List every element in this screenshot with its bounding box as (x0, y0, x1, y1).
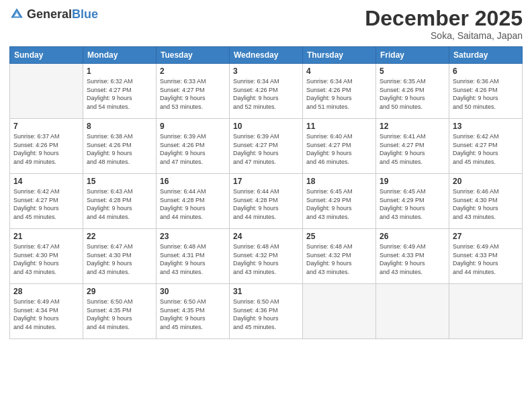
column-header-sunday: Sunday (10, 47, 83, 64)
day-info: Sunrise: 6:45 AM Sunset: 4:29 PM Dayligh… (380, 187, 445, 221)
day-number: 30 (160, 287, 226, 296)
day-info: Sunrise: 6:43 AM Sunset: 4:28 PM Dayligh… (87, 187, 152, 221)
day-number: 25 (306, 232, 372, 241)
calendar-cell: 6Sunrise: 6:36 AM Sunset: 4:26 PM Daylig… (449, 64, 523, 119)
day-info: Sunrise: 6:49 AM Sunset: 4:33 PM Dayligh… (380, 242, 445, 276)
calendar-cell: 11Sunrise: 6:40 AM Sunset: 4:27 PM Dayli… (303, 119, 376, 174)
calendar-cell: 20Sunrise: 6:46 AM Sunset: 4:30 PM Dayli… (449, 174, 523, 229)
week-row-4: 21Sunrise: 6:47 AM Sunset: 4:30 PM Dayli… (10, 229, 523, 284)
day-info: Sunrise: 6:44 AM Sunset: 4:28 PM Dayligh… (160, 187, 226, 221)
day-info: Sunrise: 6:50 AM Sunset: 4:35 PM Dayligh… (160, 298, 226, 331)
column-header-thursday: Thursday (303, 47, 376, 64)
day-number: 18 (306, 177, 372, 186)
calendar-cell: 19Sunrise: 6:45 AM Sunset: 4:29 PM Dayli… (376, 174, 449, 229)
day-info: Sunrise: 6:46 AM Sunset: 4:30 PM Dayligh… (453, 187, 519, 221)
day-number: 31 (233, 287, 299, 296)
day-number: 19 (380, 177, 445, 186)
title-block: December 2025 Soka, Saitama, Japan (365, 7, 523, 41)
day-info: Sunrise: 6:44 AM Sunset: 4:28 PM Dayligh… (233, 187, 299, 221)
day-number: 28 (13, 287, 79, 296)
day-info: Sunrise: 6:39 AM Sunset: 4:26 PM Dayligh… (160, 132, 226, 166)
calendar-cell: 2Sunrise: 6:33 AM Sunset: 4:27 PM Daylig… (157, 64, 230, 119)
day-number: 2 (160, 66, 226, 76)
day-info: Sunrise: 6:33 AM Sunset: 4:27 PM Dayligh… (160, 77, 226, 111)
calendar-cell (449, 284, 523, 339)
calendar-cell: 8Sunrise: 6:38 AM Sunset: 4:26 PM Daylig… (83, 119, 157, 174)
calendar-cell (376, 284, 449, 339)
calendar-cell: 5Sunrise: 6:35 AM Sunset: 4:26 PM Daylig… (376, 64, 449, 119)
week-row-1: 1Sunrise: 6:32 AM Sunset: 4:27 PM Daylig… (10, 64, 523, 119)
calendar-cell: 26Sunrise: 6:49 AM Sunset: 4:33 PM Dayli… (376, 229, 449, 284)
day-info: Sunrise: 6:34 AM Sunset: 4:26 PM Dayligh… (306, 77, 372, 111)
day-info: Sunrise: 6:48 AM Sunset: 4:32 PM Dayligh… (233, 242, 299, 276)
calendar-table: SundayMondayTuesdayWednesdayThursdayFrid… (9, 46, 523, 339)
day-info: Sunrise: 6:47 AM Sunset: 4:30 PM Dayligh… (87, 242, 152, 276)
day-number: 1 (87, 66, 152, 76)
day-info: Sunrise: 6:34 AM Sunset: 4:26 PM Dayligh… (233, 77, 299, 111)
calendar-cell: 17Sunrise: 6:44 AM Sunset: 4:28 PM Dayli… (230, 174, 303, 229)
calendar-cell: 16Sunrise: 6:44 AM Sunset: 4:28 PM Dayli… (157, 174, 230, 229)
calendar-cell: 28Sunrise: 6:49 AM Sunset: 4:34 PM Dayli… (10, 284, 83, 339)
week-row-5: 28Sunrise: 6:49 AM Sunset: 4:34 PM Dayli… (10, 284, 523, 339)
day-number: 5 (380, 66, 445, 76)
day-number: 26 (380, 232, 445, 241)
calendar-cell: 24Sunrise: 6:48 AM Sunset: 4:32 PM Dayli… (230, 229, 303, 284)
day-info: Sunrise: 6:42 AM Sunset: 4:27 PM Dayligh… (13, 187, 79, 221)
calendar-cell (10, 64, 83, 119)
calendar-cell: 23Sunrise: 6:48 AM Sunset: 4:31 PM Dayli… (157, 229, 230, 284)
column-header-saturday: Saturday (449, 47, 523, 64)
logo-text-blue: Blue (72, 7, 98, 21)
logo-text-general: General (27, 7, 72, 21)
column-header-tuesday: Tuesday (157, 47, 230, 64)
day-info: Sunrise: 6:37 AM Sunset: 4:26 PM Dayligh… (13, 132, 79, 166)
day-number: 7 (13, 122, 79, 131)
day-info: Sunrise: 6:49 AM Sunset: 4:33 PM Dayligh… (453, 242, 519, 276)
day-number: 27 (453, 232, 519, 241)
day-number: 20 (453, 177, 519, 186)
logo: GeneralBlue (9, 7, 98, 21)
calendar-cell: 9Sunrise: 6:39 AM Sunset: 4:26 PM Daylig… (157, 119, 230, 174)
day-number: 29 (87, 287, 152, 296)
day-info: Sunrise: 6:48 AM Sunset: 4:32 PM Dayligh… (306, 242, 372, 276)
day-info: Sunrise: 6:50 AM Sunset: 4:36 PM Dayligh… (233, 298, 299, 331)
calendar-cell: 31Sunrise: 6:50 AM Sunset: 4:36 PM Dayli… (230, 284, 303, 339)
page-header: GeneralBlue December 2025 Soka, Saitama,… (9, 7, 523, 41)
day-number: 4 (306, 66, 372, 76)
location-title: Soka, Saitama, Japan (365, 30, 523, 41)
day-number: 3 (233, 66, 299, 76)
calendar-cell: 27Sunrise: 6:49 AM Sunset: 4:33 PM Dayli… (449, 229, 523, 284)
calendar-cell: 12Sunrise: 6:41 AM Sunset: 4:27 PM Dayli… (376, 119, 449, 174)
calendar-cell: 7Sunrise: 6:37 AM Sunset: 4:26 PM Daylig… (10, 119, 83, 174)
calendar-cell: 10Sunrise: 6:39 AM Sunset: 4:27 PM Dayli… (230, 119, 303, 174)
day-info: Sunrise: 6:41 AM Sunset: 4:27 PM Dayligh… (380, 132, 445, 166)
day-number: 14 (13, 177, 79, 186)
day-number: 10 (233, 122, 299, 131)
day-info: Sunrise: 6:50 AM Sunset: 4:35 PM Dayligh… (87, 298, 152, 331)
day-number: 16 (160, 177, 226, 186)
day-info: Sunrise: 6:32 AM Sunset: 4:27 PM Dayligh… (87, 77, 152, 111)
calendar-cell: 18Sunrise: 6:45 AM Sunset: 4:29 PM Dayli… (303, 174, 376, 229)
day-number: 17 (233, 177, 299, 186)
day-number: 23 (160, 232, 226, 241)
calendar-cell: 15Sunrise: 6:43 AM Sunset: 4:28 PM Dayli… (83, 174, 157, 229)
day-info: Sunrise: 6:40 AM Sunset: 4:27 PM Dayligh… (306, 132, 372, 166)
day-number: 24 (233, 232, 299, 241)
day-info: Sunrise: 6:42 AM Sunset: 4:27 PM Dayligh… (453, 132, 519, 166)
day-info: Sunrise: 6:39 AM Sunset: 4:27 PM Dayligh… (233, 132, 299, 166)
logo-icon (9, 7, 24, 21)
day-info: Sunrise: 6:47 AM Sunset: 4:30 PM Dayligh… (13, 242, 79, 276)
day-info: Sunrise: 6:38 AM Sunset: 4:26 PM Dayligh… (87, 132, 152, 166)
day-number: 6 (453, 66, 519, 76)
calendar-cell: 22Sunrise: 6:47 AM Sunset: 4:30 PM Dayli… (83, 229, 157, 284)
month-title: December 2025 (365, 7, 523, 30)
day-info: Sunrise: 6:35 AM Sunset: 4:26 PM Dayligh… (380, 77, 445, 111)
calendar-cell: 30Sunrise: 6:50 AM Sunset: 4:35 PM Dayli… (157, 284, 230, 339)
week-row-3: 14Sunrise: 6:42 AM Sunset: 4:27 PM Dayli… (10, 174, 523, 229)
day-number: 11 (306, 122, 372, 131)
day-number: 15 (87, 177, 152, 186)
calendar-cell: 1Sunrise: 6:32 AM Sunset: 4:27 PM Daylig… (83, 64, 157, 119)
day-info: Sunrise: 6:36 AM Sunset: 4:26 PM Dayligh… (453, 77, 519, 111)
week-row-2: 7Sunrise: 6:37 AM Sunset: 4:26 PM Daylig… (10, 119, 523, 174)
calendar-cell: 29Sunrise: 6:50 AM Sunset: 4:35 PM Dayli… (83, 284, 157, 339)
day-number: 12 (380, 122, 445, 131)
